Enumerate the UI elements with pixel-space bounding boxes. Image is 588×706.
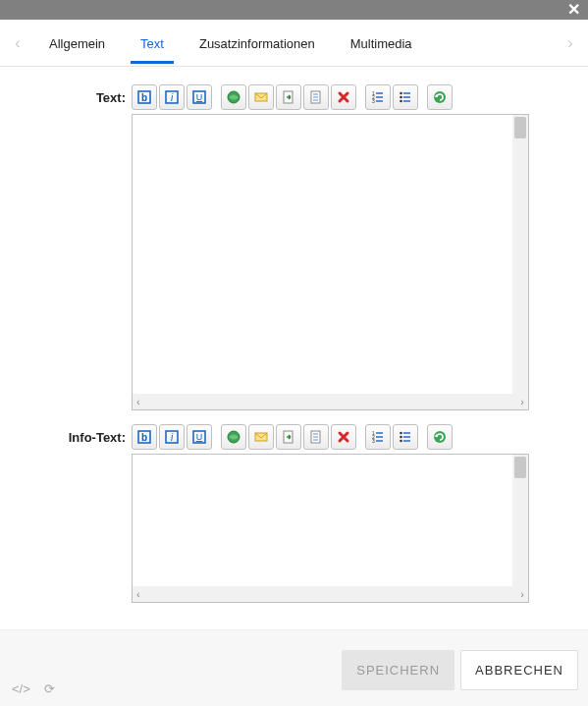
note-icon[interactable] <box>303 84 329 110</box>
remove-icon[interactable] <box>331 424 356 450</box>
note-icon[interactable] <box>303 424 329 450</box>
bold-icon[interactable]: b <box>132 84 157 110</box>
svg-text:3: 3 <box>372 438 375 444</box>
tabs-row: ‹ Allgemein Text Zusatzinformationen Mul… <box>0 20 588 67</box>
svg-text:i: i <box>171 432 174 443</box>
link-icon[interactable] <box>221 424 246 450</box>
vertical-scrollbar[interactable] <box>512 455 528 586</box>
form-body: Text: b i U 123 <box>0 67 588 603</box>
editor-text: b i U 123 <box>132 84 529 410</box>
svg-text:U: U <box>196 92 203 102</box>
tabs: Allgemein Text Zusatzinformationen Multi… <box>27 23 561 63</box>
underline-icon[interactable]: U <box>187 424 212 450</box>
horizontal-scrollbar[interactable]: ‹ › <box>133 394 528 409</box>
save-button[interactable]: SPEICHERN <box>342 650 454 690</box>
italic-icon[interactable]: i <box>159 84 185 110</box>
svg-point-51 <box>400 436 402 439</box>
field-info-text-label: Info-Text: <box>0 424 132 445</box>
insert-icon[interactable] <box>276 424 301 450</box>
svg-point-52 <box>400 440 402 443</box>
svg-point-53 <box>434 431 446 443</box>
ordered-list-icon[interactable]: 123 <box>365 424 391 450</box>
scroll-left-icon[interactable]: ‹ <box>136 396 140 407</box>
mail-icon[interactable] <box>248 84 274 110</box>
scroll-left-icon[interactable]: ‹ <box>136 588 140 600</box>
tabs-scroll-right[interactable]: › <box>561 34 580 52</box>
svg-point-50 <box>400 432 402 435</box>
insert-icon[interactable] <box>276 84 301 110</box>
horizontal-scrollbar[interactable]: ‹ › <box>133 586 528 602</box>
field-text: Text: b i U 123 <box>0 84 529 410</box>
italic-icon[interactable]: i <box>159 424 185 450</box>
svg-point-24 <box>400 96 402 99</box>
underline-icon[interactable]: U <box>187 84 212 110</box>
reload-icon[interactable]: ⟳ <box>44 681 55 696</box>
tab-zusatzinformationen[interactable]: Zusatzinformationen <box>195 23 319 63</box>
toolbar-info-text: b i U 123 <box>132 424 529 450</box>
button-row: SPEICHERN ABBRECHEN <box>342 650 578 690</box>
title-bar: ✕ <box>0 0 588 20</box>
unordered-list-icon[interactable] <box>393 424 418 450</box>
tab-multimedia[interactable]: Multimedia <box>347 23 416 63</box>
tab-allgemein[interactable]: Allgemein <box>45 23 109 63</box>
bold-icon[interactable]: b <box>132 424 157 450</box>
svg-text:3: 3 <box>372 98 375 104</box>
code-icon[interactable]: </> <box>12 681 30 696</box>
field-info-text: Info-Text: b i U 123 <box>0 424 529 603</box>
scroll-right-icon[interactable]: › <box>520 396 524 407</box>
textarea-wrap-text: ‹ › <box>132 114 529 410</box>
vertical-scrollbar[interactable] <box>512 115 528 394</box>
close-icon[interactable]: ✕ <box>567 2 580 18</box>
info-text-input[interactable] <box>133 455 512 586</box>
footer: SPEICHERN ABBRECHEN </> ⟳ <box>0 629 588 706</box>
remove-icon[interactable] <box>331 84 356 110</box>
textarea-wrap-info: ‹ › <box>132 454 529 603</box>
svg-text:i: i <box>171 92 174 103</box>
refresh-icon[interactable] <box>427 424 453 450</box>
scroll-right-icon[interactable]: › <box>520 588 524 600</box>
svg-text:b: b <box>141 92 147 103</box>
tabs-scroll-left[interactable]: ‹ <box>8 34 27 52</box>
unordered-list-icon[interactable] <box>393 84 418 110</box>
refresh-icon[interactable] <box>427 84 453 110</box>
svg-text:U: U <box>196 432 203 442</box>
ordered-list-icon[interactable]: 123 <box>365 84 391 110</box>
tab-text[interactable]: Text <box>136 23 168 63</box>
text-input[interactable] <box>133 115 512 394</box>
mail-icon[interactable] <box>248 424 274 450</box>
svg-text:b: b <box>141 432 147 443</box>
svg-point-25 <box>400 100 402 103</box>
link-icon[interactable] <box>221 84 246 110</box>
editor-info-text: b i U 123 <box>132 424 529 603</box>
toolbar-text: b i U 123 <box>132 84 529 110</box>
cancel-button[interactable]: ABBRECHEN <box>460 650 578 690</box>
footer-icons: </> ⟳ <box>12 681 55 696</box>
field-text-label: Text: <box>0 84 132 105</box>
svg-point-23 <box>400 92 402 95</box>
svg-point-26 <box>434 91 446 103</box>
